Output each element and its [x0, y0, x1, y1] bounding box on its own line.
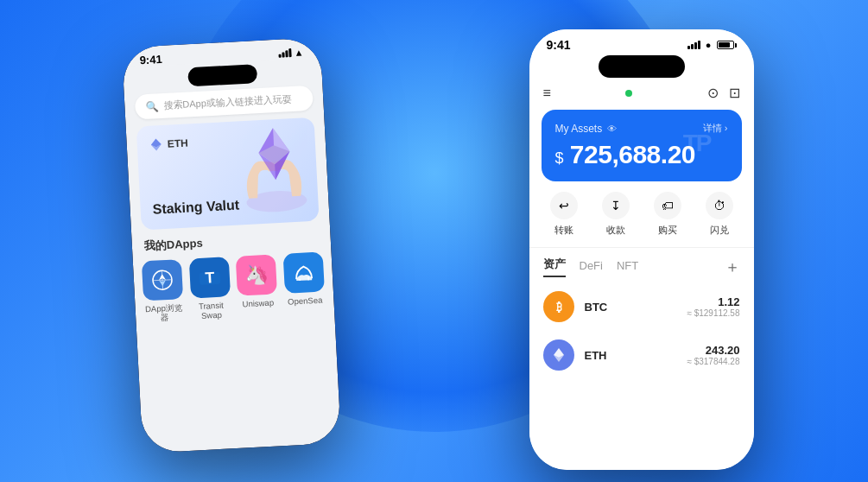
dapp-label-opensea: OpenSea: [287, 295, 322, 307]
currency-symbol: $: [555, 149, 564, 167]
svg-marker-11: [158, 274, 165, 280]
eth-illustration: [231, 117, 319, 217]
transit-swap-icon: T: [196, 265, 221, 290]
action-swap[interactable]: ⏱ 闪兑: [706, 192, 733, 237]
left-status-bar: 9:41 ▲: [121, 37, 320, 67]
dapps-section-label: 我的DApps: [143, 230, 319, 255]
unicorn-icon: 🦄: [244, 263, 268, 287]
tp-watermark: TP: [683, 130, 711, 157]
dapp-icon-uniswap: 🦄: [235, 254, 276, 295]
hamburger-icon[interactable]: ≡: [543, 86, 551, 101]
signal-bars-icon: [278, 48, 292, 58]
wifi-icon: ▲: [294, 47, 304, 58]
left-screen: 9:41 ▲ 🔍 搜索DApp或输入链接进入玩耍: [121, 37, 340, 453]
assets-card-wrapper: My Assets 👁 详情 › $ 725,688.20 TP: [529, 110, 754, 181]
action-buy[interactable]: 🏷 购买: [654, 192, 681, 237]
eth-amount: 243.20: [687, 344, 739, 357]
dapp-icon-browser: [142, 259, 183, 301]
btc-icon: ₿: [543, 291, 574, 322]
action-transfer[interactable]: ↩ 转账: [550, 192, 578, 237]
btc-info: BTC: [585, 299, 677, 314]
buy-icon: 🏷: [654, 192, 681, 219]
receive-label: 收款: [606, 224, 625, 237]
compass-icon: [150, 269, 174, 292]
amount-value: 725,688.20: [570, 140, 695, 168]
right-status-icons: ●: [687, 40, 737, 50]
battery-icon: [717, 41, 737, 49]
ethereum-symbol: [548, 345, 569, 365]
swap-label: 闪兑: [710, 224, 729, 237]
receive-icon: ↧: [602, 192, 630, 219]
transfer-icon: ↩: [550, 192, 578, 219]
assets-title-row: My Assets 👁: [555, 123, 618, 135]
online-dot: [625, 90, 632, 97]
tab-assets[interactable]: 资产: [543, 257, 566, 277]
assets-label: My Assets: [555, 123, 603, 135]
assets-amount-wrapper: $ 725,688.20 TP: [555, 140, 728, 169]
action-row: ↩ 转账 ↧ 收款 🏷 购买 ⏱ 闪兑: [529, 192, 754, 248]
eth-diamond-icon: [149, 137, 163, 152]
tabs-row: 资产 DeFi NFT ＋: [529, 248, 754, 282]
btc-amount: 1.12: [687, 295, 739, 308]
dapp-item-opensea[interactable]: OpenSea: [281, 251, 327, 316]
opensea-icon: [291, 261, 314, 284]
transfer-label: 转账: [554, 224, 573, 237]
dapp-item-uniswap[interactable]: 🦄 Uniswap: [233, 254, 280, 319]
btc-name: BTC: [585, 301, 608, 314]
eth-value: 243.20 ≈ $317844.28: [687, 344, 739, 366]
dapp-label-uniswap: Uniswap: [242, 298, 274, 309]
assets-card: My Assets 👁 详情 › $ 725,688.20 TP: [542, 110, 742, 181]
left-time: 9:41: [139, 53, 162, 67]
tab-add-button[interactable]: ＋: [725, 257, 740, 277]
svg-text:T: T: [204, 269, 214, 287]
right-wifi-icon: ●: [706, 40, 712, 50]
btc-value: 1.12 ≈ $129112.58: [687, 295, 739, 318]
svg-text:₿: ₿: [555, 301, 561, 314]
right-signal-icon: [687, 41, 700, 49]
btc-usd: ≈ $129112.58: [687, 308, 739, 318]
dapp-item-transit[interactable]: T Transit Swap: [187, 257, 233, 321]
eth-icon: [543, 339, 574, 371]
buy-label: 购买: [658, 224, 677, 237]
coin-row-eth[interactable]: ETH 243.20 ≈ $317844.28: [529, 331, 754, 379]
eth-banner: ETH Staking Valut: [136, 117, 319, 231]
svg-line-10: [153, 280, 172, 281]
top-bar: ≡ ⊙ ⊡: [529, 85, 754, 110]
dapp-item-browser[interactable]: DApp浏览器: [139, 259, 186, 324]
tab-nft[interactable]: NFT: [617, 259, 638, 276]
dapp-label-transit: Transit Swap: [188, 300, 233, 321]
banner-coin-name: ETH: [167, 136, 188, 149]
coin-row-btc[interactable]: ₿ BTC 1.12 ≈ $129112.58: [529, 282, 754, 331]
search-placeholder: 搜索DApp或输入链接进入玩耍: [163, 92, 292, 112]
right-time: 9:41: [547, 38, 571, 52]
bitcoin-symbol: ₿: [548, 296, 569, 317]
left-dynamic-island: [187, 64, 257, 86]
eth-name: ETH: [585, 349, 607, 362]
tab-defi[interactable]: DeFi: [580, 259, 603, 276]
swap-icon: ⏱: [706, 192, 733, 219]
left-status-icons: ▲: [278, 47, 303, 58]
left-phone: 9:41 ▲ 🔍 搜索DApp或输入链接进入玩耍: [121, 37, 340, 453]
dapps-row: DApp浏览器 T Transit Swap 🦄: [132, 251, 333, 325]
right-phone: 9:41 ● ≡ ⊙: [529, 29, 754, 470]
qr-scan-icon[interactable]: ⊡: [729, 85, 740, 101]
dapp-icon-opensea: [282, 252, 324, 294]
phones-container: 9:41 ▲ 🔍 搜索DApp或输入链接进入玩耍: [46, 16, 823, 466]
action-receive[interactable]: ↧ 收款: [602, 192, 630, 237]
dapp-icon-transit: T: [188, 257, 230, 298]
top-bar-right: ⊙ ⊡: [707, 85, 740, 101]
search-bar[interactable]: 🔍 搜索DApp或输入链接进入玩耍: [134, 86, 313, 120]
eth-info: ETH: [585, 347, 677, 363]
search-icon: 🔍: [145, 100, 159, 113]
banner-coin-logo: ETH: [149, 136, 188, 151]
eye-icon[interactable]: 👁: [607, 124, 617, 134]
eth-usd: ≈ $317844.28: [687, 357, 739, 366]
right-screen: 9:41 ● ≡ ⊙: [529, 29, 754, 470]
scan-camera-icon[interactable]: ⊙: [707, 85, 719, 101]
right-status-bar: 9:41 ●: [529, 29, 754, 52]
right-dynamic-island: [599, 55, 685, 78]
dapp-label-browser: DApp浏览器: [142, 302, 187, 324]
